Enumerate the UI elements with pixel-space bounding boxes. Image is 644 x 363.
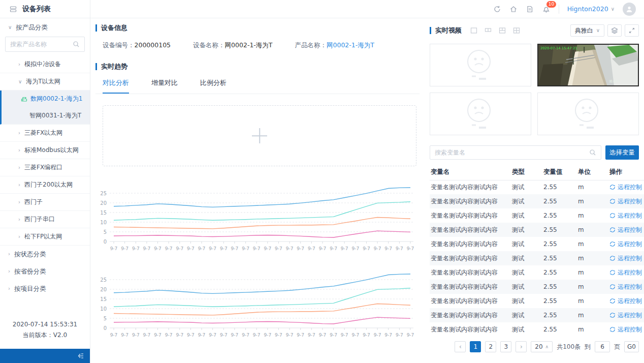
table-row: 变量名测试内容测试内容测试2.55m远程控制 — [430, 251, 644, 265]
svg-text:9-7: 9-7 — [374, 246, 381, 251]
add-chart-placeholder[interactable] — [103, 105, 416, 166]
cell-variable-name: 变量名测试内容测试内容 — [430, 322, 511, 337]
video-header: 实时视频 典雅白 ∨ — [430, 24, 639, 37]
chevron-down-icon: ∨ — [8, 25, 12, 30]
sidebar-category-item[interactable]: ›西门子 — [0, 194, 90, 211]
sidebar-category-item[interactable]: ›松下FP以太网 — [0, 228, 90, 246]
sidebar-device-item[interactable]: 数网0002-1-海为1 — [2, 90, 90, 107]
table-row: 变量名测试内容测试内容测试2.55m远程控制 — [430, 223, 644, 237]
remote-control-icon — [609, 241, 616, 247]
bell-icon[interactable]: 10 — [542, 5, 551, 13]
sidebar-category-item[interactable]: ›西门子串口 — [0, 211, 90, 228]
menu-fold-icon[interactable] — [77, 352, 85, 360]
svg-text:20: 20 — [100, 200, 107, 206]
table-row: 变量名测试内容测试内容测试2.55m远程控制 — [430, 280, 644, 294]
refresh-icon[interactable] — [493, 5, 501, 13]
cell-value: 2.55 — [542, 223, 577, 237]
video-cell-live[interactable]: 2020-07-14 15:47:21 通道01 — [537, 44, 639, 86]
variable-search-box — [430, 145, 601, 160]
svg-text:9-7: 9-7 — [165, 332, 173, 338]
sidebar-group-by-product[interactable]: ∨ 按产品分类 — [0, 18, 90, 37]
sidebar-category-item[interactable]: ›标准Modbus以太网 — [0, 142, 90, 159]
sidebar-device-item[interactable]: 智网0031-1-海为T — [2, 107, 90, 124]
layout-1-icon[interactable] — [470, 26, 478, 35]
remote-control-link[interactable]: 远程控制 — [609, 268, 643, 277]
layers-button[interactable] — [607, 24, 622, 37]
pagination-page-2[interactable]: 2 — [485, 341, 496, 352]
remote-control-link[interactable]: 远程控制 — [609, 197, 643, 206]
svg-text:9-7: 9-7 — [132, 246, 140, 251]
go-button[interactable]: G0 — [624, 341, 639, 352]
pagination-page-3[interactable]: 3 — [500, 341, 511, 352]
video-cell-empty[interactable] — [430, 93, 531, 135]
svg-text:9-7: 9-7 — [121, 332, 128, 338]
layout-4-icon[interactable] — [512, 26, 521, 35]
remote-control-link[interactable]: 远程控制 — [609, 297, 643, 306]
remote-control-link[interactable]: 远程控制 — [609, 226, 643, 234]
fullscreen-button[interactable] — [625, 24, 639, 37]
layout-3-icon[interactable] — [498, 26, 506, 35]
remote-control-link[interactable]: 远程控制 — [609, 254, 643, 263]
remote-control-icon — [609, 298, 616, 304]
topbar: 10 Hignton2020 ∨ — [90, 0, 644, 18]
footer-timestamp: 2020-07-14 15:53:31 — [0, 319, 90, 330]
tab-ratio-analysis[interactable]: 比例分析 — [200, 78, 227, 94]
document-icon[interactable] — [526, 5, 534, 13]
video-cell-empty[interactable] — [430, 44, 531, 86]
tab-increment-compare[interactable]: 增量对比 — [151, 78, 178, 94]
remote-control-link[interactable]: 远程控制 — [609, 211, 643, 220]
remote-control-link[interactable]: 远程控制 — [609, 283, 643, 291]
remote-control-icon — [609, 213, 616, 219]
svg-text:9-7: 9-7 — [154, 246, 162, 251]
goto-page-input[interactable] — [595, 341, 610, 352]
chevron-right-icon: › — [18, 148, 20, 153]
product-search-input[interactable] — [10, 41, 73, 48]
home-icon[interactable] — [509, 5, 518, 13]
chevron-right-icon: › — [18, 217, 20, 222]
svg-text:9-7: 9-7 — [132, 332, 140, 338]
tab-compare-analysis[interactable]: 对比分析 — [103, 78, 129, 94]
layout-2-icon[interactable] — [484, 26, 492, 35]
select-variable-button[interactable]: 选择变量 — [605, 145, 639, 160]
theme-select[interactable]: 典雅白 ∨ — [570, 24, 604, 37]
remote-control-link[interactable]: 远程控制 — [609, 183, 643, 192]
sidebar-category-item[interactable]: ›西门子200以太网 — [0, 176, 90, 194]
pagination-page-1[interactable]: 1 — [470, 341, 481, 352]
video-cell-empty[interactable] — [537, 93, 639, 135]
svg-text:9-7: 9-7 — [110, 246, 118, 251]
svg-text:9-7: 9-7 — [352, 332, 360, 338]
svg-text:9-7: 9-7 — [264, 246, 271, 251]
sidebar-section-item[interactable]: ›按项目分类 — [0, 280, 90, 297]
sidebar-section-item[interactable]: ›按省份分类 — [0, 263, 90, 280]
cell-unit: m — [577, 280, 608, 294]
sidebar-collapse-bar[interactable] — [0, 349, 90, 363]
remote-control-link[interactable]: 远程控制 — [609, 325, 643, 334]
page-size-select[interactable]: 20 ∧ — [531, 341, 553, 352]
avatar[interactable] — [623, 3, 636, 16]
sidebar-category-item[interactable]: ›三菱FX以太网 — [0, 125, 90, 142]
cell-variable-name: 变量名测试内容测试内容 — [430, 194, 511, 208]
cell-type: 测试 — [511, 294, 542, 308]
variable-search-input[interactable] — [435, 149, 589, 156]
chevron-right-icon: › — [8, 269, 10, 274]
remote-control-icon — [609, 227, 616, 233]
product-name-link[interactable]: 网0002-1-海为T — [327, 41, 374, 49]
sidebar-sections: ›按状态分类›按省份分类›按项目分类 — [0, 246, 90, 297]
cell-value: 2.55 — [542, 237, 577, 251]
svg-text:9-7: 9-7 — [407, 246, 414, 251]
pagination-prev[interactable]: ‹ — [455, 341, 466, 352]
remote-control-link[interactable]: 远程控制 — [609, 311, 643, 320]
search-icon[interactable] — [73, 41, 80, 48]
svg-text:9-7: 9-7 — [253, 332, 261, 338]
sidebar-category-item[interactable]: ›模拟中冶设备 — [0, 56, 90, 73]
search-icon[interactable] — [589, 149, 596, 156]
svg-text:9-7: 9-7 — [165, 246, 173, 251]
sidebar-category-item[interactable]: ›三菱FX编程口 — [0, 159, 90, 176]
user-menu[interactable]: Hignton2020 ∨ — [567, 5, 615, 13]
sidebar-category-item[interactable]: ∨海为T以太网 — [0, 73, 90, 90]
cell-type: 测试 — [511, 237, 542, 251]
svg-text:5: 5 — [104, 316, 107, 321]
remote-control-link[interactable]: 远程控制 — [609, 240, 643, 249]
pagination-next[interactable]: › — [516, 341, 527, 352]
sidebar-section-item[interactable]: ›按状态分类 — [0, 246, 90, 263]
